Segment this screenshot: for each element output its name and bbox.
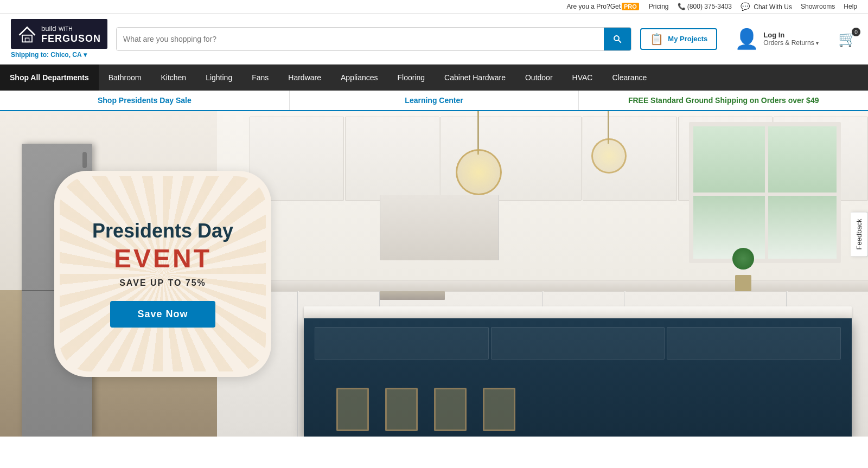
hero-event-text: EVENT (114, 246, 212, 272)
header: build WITH FERGUSON Shipping to: Chico, … (0, 14, 868, 65)
nav-hvac[interactable]: HVAC (563, 65, 603, 91)
pendant-light-1 (456, 149, 502, 195)
shipping-info[interactable]: Shipping to: Chico, CA ▾ (11, 51, 87, 59)
projects-icon: 📋 (650, 33, 663, 46)
logo-ferguson-text: FERGUSON (41, 33, 101, 44)
plant (727, 248, 760, 291)
showrooms-link[interactable]: Showrooms (801, 3, 835, 10)
range-hood (380, 195, 499, 260)
cart-button[interactable]: 🛒 0 (838, 30, 857, 48)
nav-hardware[interactable]: Hardware (278, 65, 331, 91)
svg-rect-1 (25, 38, 29, 42)
promo-bar: Shop Presidents Day Sale Learning Center… (0, 91, 868, 111)
svg-line-3 (618, 40, 621, 42)
phone-icon: 📞 (678, 3, 686, 10)
nav-shop-all[interactable]: Shop All Departments (0, 65, 99, 91)
nav-outdoor[interactable]: Outdoor (515, 65, 563, 91)
pro-badge[interactable]: PRO (622, 3, 639, 10)
nav-fans[interactable]: Fans (242, 65, 278, 91)
bar-stools (336, 388, 515, 431)
logo-build-text: build WITH (41, 23, 101, 33)
hero-section: Presidents Day EVENT SAVE UP TO 75% Save… (0, 111, 868, 437)
search-input[interactable] (117, 28, 604, 50)
pendant-cord-1 (477, 111, 479, 155)
nav-appliances[interactable]: Appliances (331, 65, 388, 91)
counter-surface (217, 280, 868, 291)
help-link[interactable]: Help (844, 3, 857, 10)
pro-cta: Get (610, 3, 621, 10)
account-text: Log In Orders & Returns ▾ (763, 31, 819, 47)
chat-icon: 💬 (741, 2, 750, 11)
search-bar (116, 27, 631, 51)
search-icon (612, 34, 622, 44)
pendant-light-2 (591, 138, 627, 174)
top-bar: Are you a Pro? Get PRO Pricing 📞 (800) 3… (0, 0, 868, 14)
promo-free-shipping[interactable]: FREE Standard Ground Shipping on Orders … (579, 91, 868, 110)
logo-house-icon (17, 24, 37, 44)
promo-learning-center[interactable]: Learning Center (290, 91, 579, 110)
svg-point-2 (614, 36, 619, 41)
logo-area: build WITH FERGUSON Shipping to: Chico, … (11, 19, 107, 59)
hero-title-line1: Presidents Day (92, 220, 233, 242)
pro-question: Are you a Pro? (567, 3, 610, 10)
orders-returns-link[interactable]: Orders & Returns ▾ (763, 39, 819, 47)
phone-number[interactable]: 📞 (800) 375-3403 (678, 3, 732, 10)
svg-rect-0 (22, 35, 32, 42)
nav-cabinet-hardware[interactable]: Cabinet Hardware (435, 65, 515, 91)
badge-content: Presidents Day EVENT SAVE UP TO 75% Save… (92, 220, 233, 328)
feedback-tab[interactable]: Feedback (851, 211, 868, 257)
account-area: 👤 Log In Orders & Returns ▾ (735, 28, 819, 50)
nav-flooring[interactable]: Flooring (388, 65, 435, 91)
hero-save-text: SAVE UP TO 75% (119, 278, 206, 288)
faucet (380, 291, 445, 300)
feedback-label[interactable]: Feedback (851, 211, 868, 257)
save-now-button[interactable]: Save Now (110, 301, 215, 328)
avatar-icon: 👤 (735, 28, 759, 50)
logo[interactable]: build WITH FERGUSON (11, 19, 107, 49)
chat-link[interactable]: 💬 Chat With Us (741, 2, 792, 11)
pro-pricing-link[interactable]: Pricing (649, 3, 669, 10)
search-button[interactable] (604, 28, 631, 50)
nav-bathroom[interactable]: Bathroom (99, 65, 151, 91)
cart-count: 0 (852, 28, 860, 36)
nav-lighting[interactable]: Lighting (196, 65, 242, 91)
my-projects-button[interactable]: 📋 My Projects (640, 28, 717, 50)
promo-presidents-day[interactable]: Shop Presidents Day Sale (0, 91, 290, 110)
nav-kitchen[interactable]: Kitchen (151, 65, 196, 91)
nav-clearance[interactable]: Clearance (602, 65, 656, 91)
window (689, 122, 841, 263)
hero-badge: Presidents Day EVENT SAVE UP TO 75% Save… (54, 171, 271, 377)
login-link[interactable]: Log In (763, 31, 819, 39)
nav-bar: Shop All Departments Bathroom Kitchen Li… (0, 65, 868, 91)
